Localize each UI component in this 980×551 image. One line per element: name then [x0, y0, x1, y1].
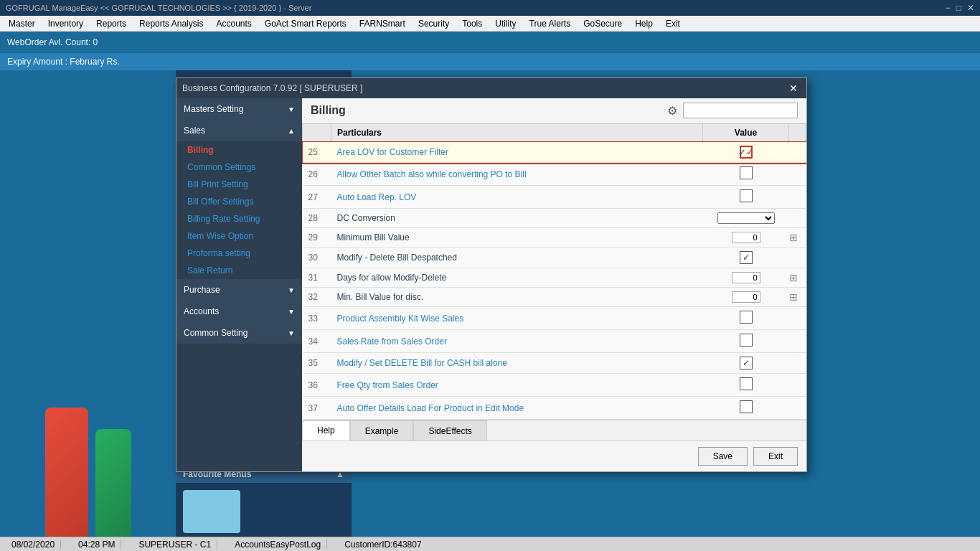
- nav-item-proforma-setting[interactable]: Proforma setting: [176, 245, 302, 262]
- tab-help[interactable]: Help: [302, 420, 350, 441]
- menu-item-goact-smart-reports[interactable]: GoAct Smart Reports: [259, 17, 352, 30]
- row-value-26[interactable]: [703, 163, 789, 186]
- row-value-28[interactable]: [703, 209, 789, 228]
- row-value-35[interactable]: [703, 353, 789, 374]
- menu-item-help[interactable]: Help: [629, 17, 659, 30]
- table-row[interactable]: 36Free Qty from Sales Order: [303, 374, 806, 397]
- menu-item-utility[interactable]: Utility: [489, 17, 522, 30]
- dropdown-28[interactable]: [717, 212, 775, 224]
- modal-footer: Save Exit: [302, 441, 806, 471]
- table-row[interactable]: 26Allow Other Batch also while convertin…: [303, 163, 806, 186]
- menu-item-master[interactable]: Master: [3, 17, 41, 30]
- nav-item-bill-offer-settings[interactable]: Bill Offer Settings: [176, 193, 302, 210]
- menu-bar: MasterInventoryReportsReports AnalysisAc…: [0, 16, 980, 32]
- nav-section-accounts[interactable]: Accounts▼: [176, 301, 302, 322]
- row-particular-32: Min. Bill Value for disc.: [331, 288, 703, 307]
- menu-item-farnsmart[interactable]: FARNSmart: [354, 17, 411, 30]
- row-value-29[interactable]: [703, 228, 789, 248]
- row-particular-28: DC Conversion: [331, 209, 703, 228]
- nav-item-sale-return[interactable]: Sale Return: [176, 262, 302, 279]
- row-num-36: 36: [303, 374, 331, 397]
- table-row[interactable]: 32Min. Bill Value for disc.⊞: [303, 288, 806, 307]
- minimize-button[interactable]: −: [946, 3, 951, 13]
- nav-section-common-setting[interactable]: Common Setting▼: [176, 322, 302, 344]
- table-row[interactable]: 35Modify / Set DELETE Bill for CASH bill…: [303, 353, 806, 374]
- nav-item-billing-rate-setting[interactable]: Billing Rate Setting: [176, 210, 302, 227]
- nav-item-common-settings[interactable]: Common Settings: [176, 159, 302, 176]
- row-value-33[interactable]: [703, 307, 789, 330]
- menu-item-true-alerts[interactable]: True Alerts: [524, 17, 577, 30]
- row-value-37[interactable]: [703, 397, 789, 420]
- value-input-32[interactable]: [732, 291, 760, 303]
- search-input[interactable]: [683, 103, 798, 118]
- save-button[interactable]: Save: [698, 447, 748, 466]
- top-bar: WebOrder Avl. Count: 0: [0, 32, 980, 53]
- menu-item-reports[interactable]: Reports: [90, 17, 132, 30]
- edit-icon-31[interactable]: ⊞: [789, 272, 798, 283]
- menu-item-reports-analysis[interactable]: Reports Analysis: [133, 17, 209, 30]
- row-value-32[interactable]: [703, 288, 789, 307]
- row-value-31[interactable]: [703, 268, 789, 288]
- nav-section-sales[interactable]: Sales▲: [176, 120, 302, 141]
- title-bar-controls: − □ ✕: [946, 3, 974, 13]
- checkbox-25[interactable]: ✓: [740, 146, 753, 159]
- edit-icon-29[interactable]: ⊞: [789, 232, 798, 243]
- table-row[interactable]: 31Days for allow Modify-Delete⊞: [303, 268, 806, 288]
- col-value: Value: [703, 124, 789, 142]
- nav-item-item-wise-option[interactable]: Item Wise Option: [176, 227, 302, 245]
- exit-button[interactable]: Exit: [753, 447, 798, 466]
- row-num-26: 26: [303, 163, 331, 186]
- checkbox-26[interactable]: [740, 166, 753, 179]
- right-content: Billing ⚙ Particulars: [302, 98, 806, 471]
- menu-item-accounts[interactable]: Accounts: [210, 17, 257, 30]
- table-row[interactable]: 37Auto Offer Details Load For Product in…: [303, 397, 806, 420]
- checkbox-35[interactable]: [740, 357, 753, 369]
- col-extra: [789, 124, 806, 142]
- row-value-27[interactable]: [703, 186, 789, 209]
- nav-section-purchase[interactable]: Purchase▼: [176, 279, 302, 301]
- close-button[interactable]: ✕: [967, 3, 974, 13]
- row-particular-36: Free Qty from Sales Order: [331, 374, 703, 397]
- edit-icon-32[interactable]: ⊞: [789, 291, 798, 303]
- menu-item-tools[interactable]: Tools: [456, 17, 488, 30]
- menu-item-security[interactable]: Security: [413, 17, 455, 30]
- table-row[interactable]: 34Sales Rate from Sales Order: [303, 330, 806, 353]
- table-row[interactable]: 30Modify - Delete Bill Despatched: [303, 248, 806, 268]
- table-row[interactable]: 29Minimum Bill Value⊞: [303, 228, 806, 248]
- settings-icon[interactable]: ⚙: [667, 104, 677, 118]
- status-time: 04:28 PM: [72, 540, 121, 550]
- row-extra-29: ⊞: [789, 228, 806, 248]
- business-config-modal: Business Configuration 7.0.92 [ SUPERUSE…: [176, 77, 807, 472]
- menu-item-exit[interactable]: Exit: [660, 17, 686, 30]
- checkbox-30[interactable]: [740, 251, 753, 264]
- row-particular-37: Auto Offer Details Load For Product in E…: [331, 397, 703, 420]
- row-value-34[interactable]: [703, 330, 789, 353]
- row-value-36[interactable]: [703, 374, 789, 397]
- table-row[interactable]: 27Auto Load Rep. LOV: [303, 186, 806, 209]
- modal-close-button[interactable]: ✕: [786, 83, 801, 94]
- nav-section-masters-setting[interactable]: Masters Setting▼: [176, 98, 302, 120]
- tab-sideeffects[interactable]: SideEffects: [413, 420, 486, 441]
- checkbox-33[interactable]: [740, 311, 753, 324]
- weborder-count: WebOrder Avl. Count: 0: [7, 37, 98, 47]
- value-input-29[interactable]: [732, 232, 760, 243]
- menu-item-gosecure[interactable]: GoSecure: [578, 17, 628, 30]
- checkbox-27[interactable]: [740, 189, 753, 202]
- row-extra-31: ⊞: [789, 268, 806, 288]
- row-value-30[interactable]: [703, 248, 789, 268]
- nav-item-bill-print-setting[interactable]: Bill Print Setting: [176, 176, 302, 193]
- table-row[interactable]: 33Product Assembly Kit Wise Sales: [303, 307, 806, 330]
- tab-example[interactable]: Example: [350, 420, 414, 441]
- header-right: ⚙: [667, 103, 798, 118]
- checkbox-36[interactable]: [740, 377, 753, 390]
- checkbox-34[interactable]: [740, 334, 753, 347]
- menu-item-inventory[interactable]: Inventory: [42, 17, 89, 30]
- nav-item-billing[interactable]: Billing: [176, 141, 302, 159]
- row-value-25[interactable]: ✓: [703, 142, 789, 163]
- status-user: SUPERUSER - C1: [133, 540, 217, 550]
- checkbox-37[interactable]: [740, 400, 753, 413]
- table-row[interactable]: 25Area LOV for Customer Filter✓: [303, 142, 806, 163]
- table-row[interactable]: 28DC Conversion: [303, 209, 806, 228]
- maximize-button[interactable]: □: [956, 3, 961, 13]
- value-input-31[interactable]: [732, 272, 760, 283]
